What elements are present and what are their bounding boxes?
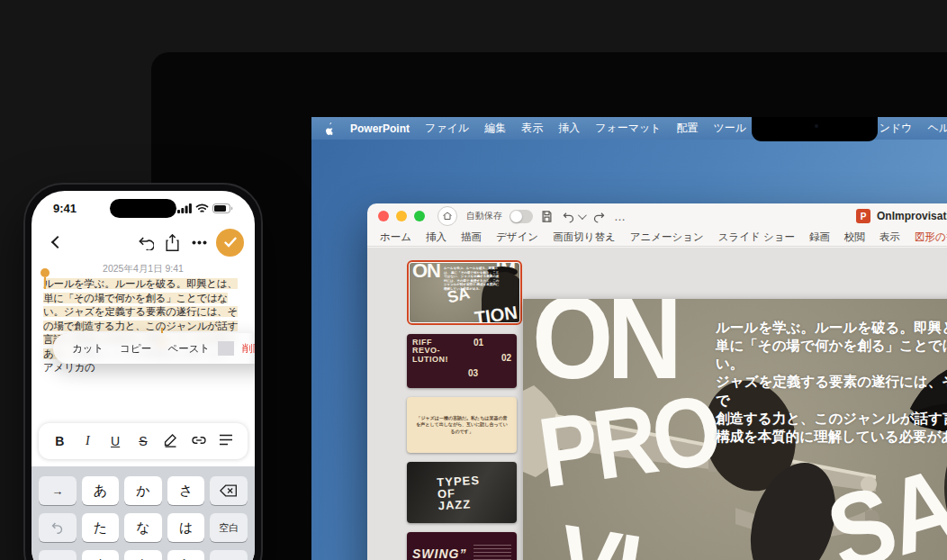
macbook-notch	[752, 117, 878, 141]
undo-icon[interactable]	[561, 210, 584, 223]
tab-insert[interactable]: 挿入	[426, 230, 446, 244]
more-options-button[interactable]	[185, 229, 212, 256]
menu-app-name[interactable]: PowerPoint	[350, 122, 410, 135]
key-return[interactable]	[210, 550, 248, 560]
redo-icon[interactable]	[591, 210, 607, 223]
key-ra[interactable]: ら	[167, 550, 205, 560]
autosave-label: 自動保存	[466, 210, 502, 222]
thumbnail-slide-1-selected[interactable]: ON IM SA TION ルールを学ぶ。ルールを破る。即興とは、 単に「その場…	[407, 260, 522, 325]
thumbnail-slide-4[interactable]: TYPES OF JAZZ	[407, 462, 517, 523]
key-ha[interactable]: は	[167, 513, 205, 542]
document-title: OnImprovisation	[877, 210, 947, 222]
japanese-keyboard: → あ か さ た な は 空白	[32, 466, 255, 560]
share-button[interactable]	[158, 229, 185, 256]
ppt-content-area: ON IM SA TION ルールを学ぶ。ルールを破る。即興とは、 単に「その場…	[367, 248, 947, 560]
window-titlebar: 自動保存 … P OnImprovisation	[367, 203, 947, 229]
tab-home[interactable]: ホーム	[380, 230, 411, 244]
powerpoint-doc-icon: P	[856, 209, 870, 223]
bold-button[interactable]: B	[49, 434, 70, 448]
battery-icon	[212, 203, 233, 213]
close-window-button[interactable]	[378, 211, 389, 221]
back-button[interactable]	[44, 229, 71, 256]
key-space[interactable]: 空白	[210, 513, 248, 542]
slide-thumbnail-panel: ON IM SA TION ルールを学ぶ。ルールを破る。即興とは、 単に「その場…	[407, 260, 526, 560]
menu-item-arrange[interactable]: 配置	[677, 121, 699, 136]
zoom-window-button[interactable]	[414, 211, 425, 221]
iphone-screen: 9:41	[32, 191, 255, 560]
menu-item-file[interactable]: ファイル	[425, 121, 469, 136]
key-ta[interactable]: た	[82, 513, 120, 542]
note-date-line: 2025年4月1日 9:41	[32, 263, 255, 275]
autosave-toggle[interactable]	[510, 210, 533, 223]
main-slide-canvas[interactable]: ON I PRO VI SA TIO ルールを学ぶ。ルールを破る。即興とは、 単…	[523, 299, 947, 560]
scene: PowerPoint ファイル 編集 表示 挿入 フォーマット 配置 ツール ス…	[0, 0, 947, 560]
key-ya[interactable]: や	[124, 550, 162, 560]
tab-draw[interactable]: 描画	[461, 230, 482, 244]
menu-item-insert[interactable]: 挿入	[558, 121, 580, 136]
context-delete[interactable]: 削除	[234, 342, 255, 356]
thumbnail-slide-2[interactable]: RIFF REVO- LUTION! 01 02 03	[407, 334, 517, 388]
tab-view[interactable]: 表示	[879, 230, 900, 244]
menu-item-help[interactable]: ヘルプ	[928, 121, 947, 136]
dynamic-island	[110, 199, 176, 218]
tab-shape-format[interactable]: 図形の書式設定	[915, 230, 947, 244]
link-button[interactable]	[188, 433, 210, 450]
ribbon-tabs: ホーム 挿入 描画 デザイン 画面切り替え アニメーション スライド ショー 録…	[367, 229, 947, 247]
menu-item-edit[interactable]: 編集	[484, 121, 506, 136]
mac-screen: PowerPoint ファイル 編集 表示 挿入 フォーマット 配置 ツール ス…	[311, 117, 947, 560]
home-icon[interactable]	[437, 206, 457, 226]
key-arrow-right[interactable]: →	[39, 476, 77, 505]
wifi-icon	[195, 203, 209, 213]
slide-letter-pro: PRO	[534, 387, 722, 496]
tab-design[interactable]: デザイン	[496, 230, 538, 244]
context-paste[interactable]: ペースト	[159, 342, 218, 356]
slide-letter-on: ON	[532, 299, 676, 389]
thumb-text-lines	[474, 545, 511, 560]
more-commands-button[interactable]: …	[614, 210, 627, 223]
tab-transitions[interactable]: 画面切り替え	[553, 230, 616, 244]
highlight-pen-button[interactable]	[160, 432, 182, 450]
thumbnail-slide-3[interactable]: 「ジャズは一種の言語だ。私たちは楽器の音を声として出しながら、互いに話し合ってい…	[407, 397, 517, 453]
status-time: 9:41	[53, 202, 77, 215]
key-ka[interactable]: か	[124, 476, 162, 505]
iphone-device: 9:41	[23, 183, 263, 560]
context-cut[interactable]: カット	[64, 342, 112, 356]
tab-review[interactable]: 校閲	[844, 230, 865, 244]
tab-animations[interactable]: アニメーション	[630, 230, 704, 244]
key-sa[interactable]: さ	[167, 476, 205, 505]
apple-logo-icon[interactable]	[324, 122, 335, 135]
done-check-button[interactable]	[216, 229, 244, 257]
backspace-icon	[220, 484, 238, 497]
undo-button[interactable]	[131, 229, 158, 256]
powerpoint-window: 自動保存 … P OnImprovisation	[367, 203, 947, 560]
menu-item-view[interactable]: 表示	[521, 121, 543, 136]
minimize-window-button[interactable]	[396, 211, 407, 221]
slide-letter-vi: VI	[553, 516, 643, 560]
slide-body-text[interactable]: ルールを学ぶ。ルールを破る。即興とは、 単に「その場で何かを創る」ことではない。…	[716, 319, 947, 446]
key-backspace[interactable]	[210, 476, 248, 505]
undo-key-icon	[50, 521, 64, 534]
key-undo[interactable]	[39, 513, 77, 542]
key-abc[interactable]: ABC	[39, 550, 77, 560]
list-format-button[interactable]	[215, 434, 237, 448]
key-na[interactable]: な	[124, 513, 162, 542]
thumbnail-slide-5[interactable]: SWING”	[407, 532, 517, 560]
menu-item-format[interactable]: フォーマット	[595, 121, 661, 136]
selection-handle-start[interactable]	[41, 268, 50, 289]
key-ma[interactable]: ま	[82, 550, 120, 560]
slide-letter-sa: SA	[819, 458, 947, 560]
cellular-signal-icon	[177, 203, 192, 213]
tab-slideshow[interactable]: スライド ショー	[718, 230, 795, 244]
save-icon[interactable]	[540, 210, 554, 223]
menu-item-tools[interactable]: ツール	[714, 121, 747, 136]
underline-button[interactable]: U	[104, 434, 126, 448]
format-toolbar: B I U S	[39, 423, 248, 459]
context-copy[interactable]: コピー	[112, 342, 159, 356]
camera-dot	[815, 124, 818, 128]
iphone-nav-bar	[44, 227, 244, 257]
key-a[interactable]: あ	[82, 476, 120, 505]
tab-record[interactable]: 録画	[809, 230, 830, 244]
italic-button[interactable]: I	[77, 434, 98, 448]
text-context-menu: カット コピー ペースト 削除	[53, 333, 255, 364]
strikethrough-button[interactable]: S	[132, 434, 154, 448]
